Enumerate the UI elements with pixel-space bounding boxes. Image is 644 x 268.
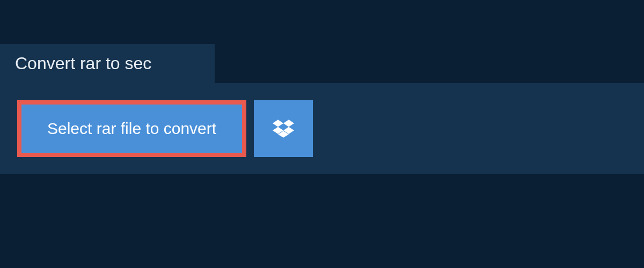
select-button-highlight: Select rar file to convert <box>17 100 246 157</box>
dropbox-icon <box>273 118 294 139</box>
upload-panel: Select rar file to convert <box>0 83 644 174</box>
select-file-button[interactable]: Select rar file to convert <box>21 105 242 153</box>
tab-convert[interactable]: Convert rar to sec <box>0 44 215 83</box>
tab-title: Convert rar to sec <box>15 54 151 73</box>
select-file-button-label: Select rar file to convert <box>47 120 216 137</box>
dropbox-button[interactable] <box>254 100 313 157</box>
button-row: Select rar file to convert <box>17 100 627 157</box>
